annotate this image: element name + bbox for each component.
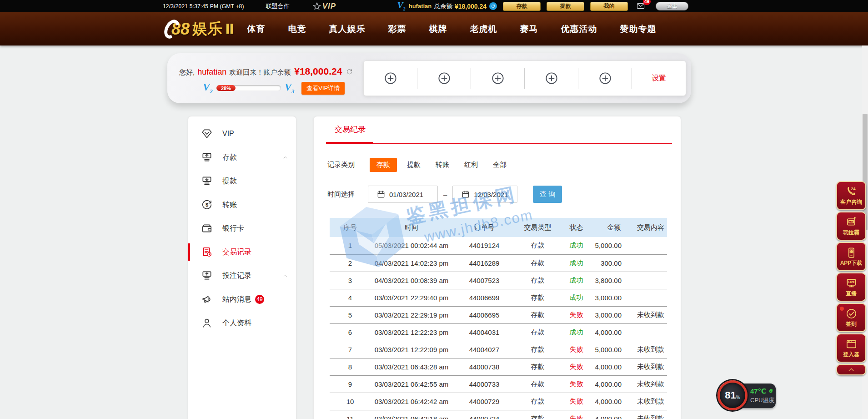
add-shortcut-button-1[interactable] bbox=[364, 61, 417, 96]
column-header: 时间 bbox=[371, 218, 452, 237]
vip-progress-fill: 28% bbox=[216, 85, 236, 91]
notification-dot bbox=[840, 307, 844, 311]
sidebar-item-wallet[interactable]: 银行卡 bbox=[188, 217, 296, 240]
cell-content bbox=[634, 289, 667, 306]
nav-item-7[interactable]: 赛马 bbox=[520, 23, 538, 35]
sidebar-item-label: 站内消息 bbox=[222, 295, 251, 304]
nav-menu: 体育电竞真人娱乐彩票棋牌老虎机赛马优惠活动赞助专题 bbox=[247, 23, 656, 35]
filter-提款[interactable]: 提款 bbox=[407, 161, 421, 169]
mail-button[interactable]: 49 bbox=[635, 2, 647, 10]
cell-order: 44000729 bbox=[452, 393, 516, 410]
cell-no: 6 bbox=[330, 323, 371, 341]
float-button-slot-machine[interactable]: 777玩拉霸 bbox=[836, 212, 866, 241]
mine-button[interactable]: 我的 bbox=[590, 2, 628, 11]
cell-time: 03/03/2021 06:43:28 am bbox=[371, 358, 452, 375]
filter-全部[interactable]: 全部 bbox=[493, 161, 507, 169]
cell-order: 44006695 bbox=[452, 306, 516, 323]
cell-content: 未收到款 bbox=[634, 306, 667, 323]
date-to-input[interactable]: 12/03/2021 bbox=[452, 186, 517, 203]
date-from-value: 01/03/2021 bbox=[389, 191, 423, 198]
sidebar-item-transaction-doc[interactable]: 交易记录 bbox=[188, 240, 296, 264]
float-button-live-stream[interactable]: LIVE直播 bbox=[836, 273, 866, 302]
cell-content bbox=[634, 254, 667, 272]
table-row: 903/03/2021 06:42:55 am44000733存款失败4,000… bbox=[330, 375, 667, 393]
nav-item-5[interactable]: 棋牌 bbox=[429, 23, 447, 35]
sidebar-item-withdraw-machine[interactable]: 提款 bbox=[188, 169, 296, 193]
svg-text:24: 24 bbox=[851, 187, 855, 191]
cell-no: 8 bbox=[330, 358, 371, 375]
slot-machine-icon: 777 bbox=[845, 216, 858, 228]
query-button[interactable]: 查 询 bbox=[533, 186, 562, 203]
tab-transaction-records[interactable]: 交易纪录 bbox=[335, 124, 366, 135]
deposit-button[interactable]: 存款 bbox=[503, 2, 541, 11]
browser-window-icon bbox=[845, 338, 858, 350]
live-stream-icon: LIVE bbox=[845, 277, 858, 289]
logout-button[interactable]: 登出 bbox=[656, 2, 688, 10]
gem-icon bbox=[201, 128, 213, 140]
nav-item-1[interactable]: 体育 bbox=[247, 23, 265, 35]
affiliate-link[interactable]: 联盟合作 bbox=[266, 2, 290, 10]
nav-item-9[interactable]: 赞助专题 bbox=[620, 23, 656, 35]
cell-time: 03/03/2021 22:29:40 pm bbox=[371, 289, 452, 306]
add-shortcut-button-5[interactable] bbox=[578, 61, 632, 96]
topbar-right: V2 hufatian 总余额: ¥18,000.24 存款 提款 我的 49 … bbox=[397, 1, 688, 11]
vip-logo[interactable]: VIP bbox=[312, 2, 336, 11]
cpu-usage-gauge: 81 % bbox=[717, 380, 748, 410]
gem-icon bbox=[201, 128, 213, 140]
nav-item-8[interactable]: 优惠活动 bbox=[561, 23, 597, 35]
float-button-browser-window[interactable]: 登入器 bbox=[836, 333, 866, 363]
category-filter-row: 记录类别 存款提款转账红利全部 bbox=[327, 157, 522, 172]
sidebar-item-deposit-machine[interactable]: 存款 bbox=[188, 146, 296, 169]
cpu-monitor-widget: 47℃ CPU温度 81 % bbox=[717, 380, 779, 413]
nav-item-6[interactable]: 老虎机 bbox=[470, 23, 497, 35]
cpu-usage-percent: 81 bbox=[725, 389, 736, 401]
sidebar-item-megaphone[interactable]: 站内消息49 bbox=[188, 288, 296, 311]
filter-红利[interactable]: 红利 bbox=[464, 161, 478, 169]
sidebar-item-person[interactable]: 个人资料 bbox=[188, 311, 296, 335]
float-button-mobile-app[interactable]: APP下载 bbox=[836, 242, 866, 271]
float-collapse-button[interactable] bbox=[836, 364, 866, 375]
cell-no: 11 bbox=[330, 410, 371, 419]
cell-no: 3 bbox=[330, 272, 371, 289]
sidebar-item-label: 个人资料 bbox=[222, 318, 251, 328]
sidebar-item-bet-machine[interactable]: 投注记录 bbox=[188, 264, 296, 288]
cell-order: 44004027 bbox=[452, 341, 516, 358]
float-button-check-in[interactable]: 签到 bbox=[836, 303, 866, 332]
date-label: 时间选择 bbox=[327, 190, 355, 199]
sidebar-item-transfer-arrows[interactable]: $转账 bbox=[188, 193, 296, 217]
cell-type: 存款 bbox=[516, 254, 559, 272]
records-panel: 交易纪录 记录类别 存款提款转账红利全部 时间选择 01/03/2021 – 1… bbox=[313, 116, 681, 419]
vip-next-badge: V3 bbox=[285, 81, 295, 95]
table-row: 703/03/2021 12:22:09 pm44004027存款失败5,000… bbox=[330, 341, 667, 358]
withdraw-button[interactable]: 提款 bbox=[547, 2, 584, 11]
sidebar-item-gem[interactable]: VIP bbox=[188, 122, 296, 146]
mobile-app-icon bbox=[845, 247, 858, 259]
cell-amount: 4,000.00 bbox=[593, 358, 634, 375]
date-from-input[interactable]: 01/03/2021 bbox=[368, 186, 438, 203]
filter-转账[interactable]: 转账 bbox=[436, 161, 449, 169]
sidebar-item-label: 银行卡 bbox=[222, 224, 244, 233]
cell-type: 存款 bbox=[516, 393, 559, 410]
add-shortcut-button-3[interactable] bbox=[471, 61, 525, 96]
vip-details-button[interactable]: 查看VIP详情 bbox=[301, 82, 345, 95]
plus-circle-icon bbox=[545, 71, 558, 85]
nav-item-4[interactable]: 彩票 bbox=[388, 23, 406, 35]
filter-存款[interactable]: 存款 bbox=[370, 158, 397, 172]
cell-amount: 3,000.00 bbox=[593, 306, 634, 323]
site-logo[interactable]: 88 娱乐 Ⅱ bbox=[165, 19, 234, 39]
refresh-icon[interactable] bbox=[346, 68, 353, 76]
greeting-suffix: 欢迎回来！账户余额 bbox=[229, 68, 291, 77]
add-shortcut-button-4[interactable] bbox=[525, 61, 578, 96]
nav-item-3[interactable]: 真人娱乐 bbox=[329, 23, 365, 35]
add-shortcut-button-2[interactable] bbox=[417, 61, 471, 96]
float-button-phone-24[interactable]: 24客户咨询 bbox=[836, 181, 866, 210]
mail-badge: 49 bbox=[643, 0, 651, 5]
refresh-balance-icon[interactable] bbox=[489, 2, 497, 10]
nav-item-2[interactable]: 电竞 bbox=[288, 23, 306, 35]
cell-type: 存款 bbox=[516, 341, 559, 358]
calendar-icon bbox=[376, 190, 386, 199]
sidebar-item-label: 交易记录 bbox=[222, 247, 251, 257]
deposit-machine-icon bbox=[201, 151, 213, 163]
settings-button[interactable]: 设置 bbox=[632, 61, 686, 96]
float-button-label: APP下载 bbox=[840, 259, 863, 267]
